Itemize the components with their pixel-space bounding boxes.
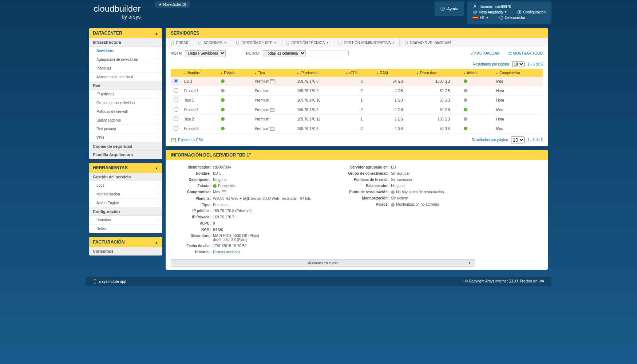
sidebar-panel-facturacion[interactable]: FACTURACIÓN▲	[89, 237, 162, 247]
sidebar-item[interactable]: Action Engine›	[89, 199, 162, 207]
table-row[interactable]: Test 2Premium169.76.170.1212 GB100 GBHor…	[171, 115, 543, 124]
mostrar-todo-button[interactable]: MOSTRAR TODO	[508, 51, 543, 56]
alert-dot	[464, 89, 467, 92]
column-header[interactable]: ▾ Nombre	[181, 69, 218, 77]
toolbar-gesti-n-de-red[interactable]: GESTIÓN DE RED▼	[231, 38, 281, 47]
sidebar-item[interactable]: Plantillas›	[89, 64, 162, 73]
sidebar-section[interactable]: Infraestructura	[89, 38, 162, 47]
column-header[interactable]: ♦ IP principal	[294, 69, 343, 77]
svg-point-3	[519, 12, 520, 13]
user-panel: Usuario: cdc99970 Vista Ampliada ▼ Confi…	[467, 1, 551, 24]
user-icon	[473, 4, 477, 9]
copyright: © Copyright Arsys Internet S.L.U. Precio…	[465, 279, 544, 284]
export-csv-link[interactable]: Exportar a CSV	[178, 138, 203, 142]
calendar-icon	[270, 127, 274, 131]
vista-select[interactable]: Detalle Servidores	[185, 50, 226, 56]
column-header[interactable]	[171, 69, 181, 77]
page-size-select[interactable]: 10	[512, 62, 525, 67]
svg-rect-6	[237, 41, 239, 44]
language-selector[interactable]: ES ▼	[473, 16, 488, 20]
chevron-up-icon: ▲	[155, 240, 158, 244]
sidebar-item[interactable]: Servidores›	[89, 47, 162, 55]
ayuda-button[interactable]: Ayuda	[435, 1, 464, 16]
status-dot	[221, 117, 225, 121]
vista-ampliada-link[interactable]: Vista Ampliada ▼	[473, 10, 507, 14]
filtro-input[interactable]	[309, 51, 349, 56]
sidebar-section[interactable]: Copias de seguridad	[89, 142, 162, 151]
desconectar-link[interactable]: Desconectar	[499, 15, 525, 20]
info-row: Historial:Últimas acciones	[173, 250, 311, 254]
sidebar-panel-herramientas[interactable]: HERRAMIENTAS▲	[89, 163, 162, 173]
sidebar-item[interactable]: VPN›	[89, 134, 162, 142]
sidebar-section[interactable]: Gestión del servicio	[89, 173, 162, 181]
row-select-radio[interactable]	[174, 126, 178, 131]
filtro-select[interactable]: Todas las columnas	[263, 50, 306, 56]
sidebar-panel-datacenter[interactable]: DATACENTER▲	[89, 28, 162, 38]
row-select-radio[interactable]	[174, 116, 178, 121]
chevron-down-icon: ▼	[504, 11, 507, 14]
calendar-icon	[171, 138, 176, 142]
sidebar-section[interactable]: Red	[89, 82, 162, 90]
info-row: Balanceador:Ninguno	[333, 184, 444, 188]
row-select-radio[interactable]	[174, 107, 178, 112]
configuracion-link[interactable]: Configuración	[517, 10, 546, 14]
sidebar-item[interactable]: Almacenamiento cloud›	[89, 73, 162, 82]
doc-icon	[404, 40, 408, 45]
row-select-radio[interactable]	[174, 88, 178, 93]
status-dot	[221, 108, 225, 111]
page-range: 1 - 6 de 6	[527, 62, 543, 66]
sidebar-item[interactable]: Logs›	[89, 181, 162, 190]
sidebar-section[interactable]: Consumos	[89, 247, 162, 256]
alert-dot	[464, 98, 467, 102]
toolbar-gesti-n-administrativa[interactable]: GESTIÓN ADMINISTRATIVA▼	[333, 38, 400, 47]
sidebar-item[interactable]: Red privada›	[89, 125, 162, 134]
column-header[interactable]: ♦ Tipo	[252, 69, 294, 77]
sidebar-item[interactable]: Grupos de conectividad›	[89, 99, 162, 107]
toolbar-crear[interactable]: CREAR	[166, 38, 193, 47]
sidebar-item[interactable]: Agrupación de servidores›	[89, 55, 162, 64]
doc-icon	[236, 40, 240, 45]
doc-icon	[198, 40, 202, 45]
row-select-radio[interactable]	[174, 79, 178, 83]
novedades-button[interactable]: ★ Novedades(0)	[155, 1, 190, 8]
column-header[interactable]: ♦ vCPU	[343, 69, 373, 77]
sidebar-item[interactable]: Monitorización›	[89, 190, 162, 199]
sidebar-section[interactable]: Configuración	[89, 207, 162, 216]
sidebar-item[interactable]: Usuarios›	[89, 216, 162, 225]
info-row: Disco duro:MAIN HDD: 1500 GB (Plata)disk…	[173, 234, 311, 242]
servers-table: ▾ Nombre♦ Estado♦ Tipo♦ IP principal♦ vC…	[171, 69, 543, 134]
row-select-radio[interactable]	[174, 98, 178, 102]
toolbar-gesti-n-t-cnica[interactable]: GESTIÓN TÉCNICA▼	[281, 38, 333, 47]
sidebar-item[interactable]: Roles›	[89, 225, 162, 233]
column-header[interactable]: ♦ RAM	[373, 69, 414, 77]
acciones-en-curso-button[interactable]: Acciones en curso ▲	[171, 259, 475, 267]
table-row[interactable]: Test 1Premium169.76.170.1011 GB50 GBHora	[171, 96, 543, 105]
table-row[interactable]: Frontal 1Premium169.76.170.224 GB50 GBHo…	[171, 86, 543, 96]
table-row[interactable]: Frontal 3Premium169.76.170.624 GB50 GBMe…	[171, 124, 543, 134]
info-row: Plantilla:W2008 R2 Web + SQL Server 2008…	[173, 197, 311, 201]
page-size-select-bottom[interactable]: 10	[511, 136, 525, 143]
column-header[interactable]: ♦ Estado	[218, 69, 252, 77]
status-dot	[221, 98, 225, 102]
table-row[interactable]: BD 1Premium169.76.170.8864 GB1500 GBMes	[171, 77, 543, 86]
column-header[interactable]: ♦ Compromiso	[493, 69, 543, 77]
svg-rect-13	[510, 54, 512, 55]
mobile-app-link[interactable]: arsys mobile app	[93, 279, 126, 284]
toolbar-acciones[interactable]: ACCIONES▼	[193, 38, 231, 47]
info-link[interactable]: Últimas acciones	[213, 250, 241, 254]
chevron-right-icon: ›	[157, 49, 158, 53]
info-row: Nombre:BD 1	[173, 171, 311, 175]
column-header[interactable]: ♦ Disco duro	[414, 69, 461, 77]
footer: arsys mobile app © Copyright Arsys Inter…	[86, 277, 551, 286]
table-row[interactable]: Frontal 2Premium169.76.170.424 GB50 GBMe…	[171, 105, 543, 115]
sidebar-section[interactable]: Plantilla Arquitectura	[89, 151, 162, 159]
sidebar-item[interactable]: Políticas de firewall›	[89, 107, 162, 116]
actualizar-button[interactable]: ACTUALIZAR	[471, 51, 499, 56]
sidebar-item[interactable]: IP públicas›	[89, 90, 162, 99]
toolbar-unidad-dvd-ninguna[interactable]: UNIDAD DVD: NINGUNA	[400, 38, 456, 47]
svg-rect-4	[171, 41, 173, 44]
column-header[interactable]: ♦ Avisos	[461, 69, 493, 77]
info-row: IP pública:169.76.170.8 (Principal)	[173, 209, 311, 213]
sidebar-item[interactable]: Balanceadores›	[89, 116, 162, 125]
chevron-down-icon: ▼	[274, 41, 277, 44]
